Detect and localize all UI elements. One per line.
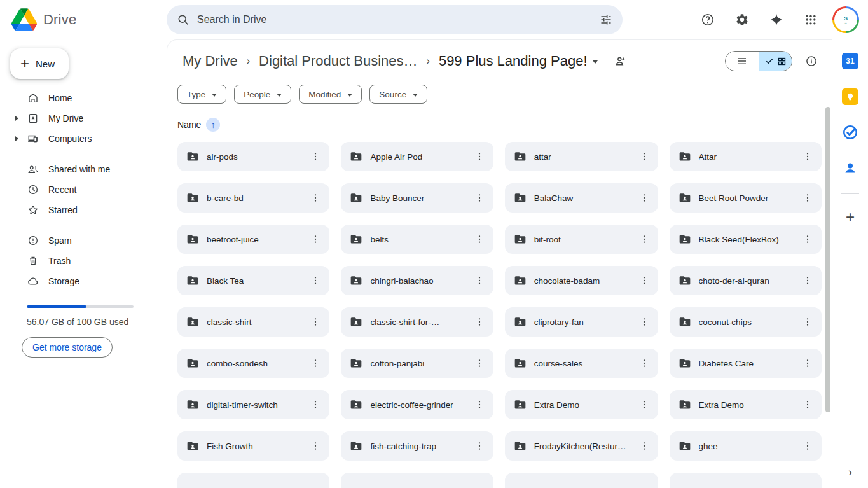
more-options-button[interactable] bbox=[305, 270, 326, 291]
more-options-button[interactable] bbox=[305, 146, 326, 167]
keep-button[interactable] bbox=[837, 84, 863, 109]
more-options-button[interactable] bbox=[634, 188, 654, 208]
more-options-button[interactable] bbox=[305, 436, 326, 456]
folder-card[interactable]: attar bbox=[505, 142, 658, 171]
search-input[interactable] bbox=[197, 14, 592, 25]
breadcrumb-my-drive[interactable]: My Drive bbox=[177, 50, 243, 72]
folder-card[interactable]: chingri-balachao bbox=[341, 266, 493, 295]
folder-card[interactable]: Beet Root Powder bbox=[670, 183, 822, 213]
folder-card[interactable]: b-care-bd bbox=[177, 183, 329, 213]
folder-card[interactable]: air-pods bbox=[177, 142, 329, 171]
more-options-button[interactable] bbox=[469, 312, 490, 332]
folder-card[interactable]: digital-timer-switch bbox=[177, 390, 329, 419]
more-options-button[interactable] bbox=[797, 188, 818, 208]
hide-side-panel-button[interactable]: › bbox=[848, 466, 852, 479]
grid-view-button[interactable] bbox=[759, 52, 792, 71]
sidebar-item-trash[interactable]: Trash bbox=[0, 251, 167, 271]
contacts-button[interactable] bbox=[837, 155, 863, 181]
gemini-button[interactable] bbox=[764, 7, 789, 32]
more-options-button[interactable] bbox=[469, 353, 490, 373]
folder-card[interactable]: Fish Growth bbox=[177, 431, 329, 461]
more-options-button[interactable] bbox=[797, 394, 818, 415]
more-options-button[interactable] bbox=[469, 394, 490, 415]
more-options-button[interactable] bbox=[797, 229, 818, 249]
more-options-button[interactable] bbox=[634, 353, 654, 373]
more-options-button[interactable] bbox=[797, 312, 818, 332]
folder-card[interactable]: chocolate-badam bbox=[505, 266, 658, 295]
folder-card[interactable]: classic-shirt bbox=[177, 307, 329, 337]
more-options-button[interactable] bbox=[634, 394, 654, 415]
folder-card-partial[interactable] bbox=[670, 473, 822, 488]
folder-card[interactable]: FrodayKitchen(Restur… bbox=[505, 431, 658, 461]
more-options-button[interactable] bbox=[469, 146, 490, 167]
sidebar-item-shared-with-me[interactable]: Shared with me bbox=[0, 159, 167, 179]
expand-arrow-icon[interactable] bbox=[15, 116, 18, 121]
folder-card[interactable]: Diabetes Care bbox=[670, 349, 822, 378]
tasks-button[interactable] bbox=[837, 120, 863, 145]
sidebar-item-computers[interactable]: Computers bbox=[0, 129, 167, 149]
more-options-button[interactable] bbox=[634, 146, 654, 167]
sidebar-item-home[interactable]: Home bbox=[0, 88, 167, 108]
search-options-icon[interactable] bbox=[600, 13, 612, 26]
more-options-button[interactable] bbox=[634, 436, 654, 456]
scrollbar[interactable] bbox=[825, 107, 830, 412]
sidebar-item-recent[interactable]: Recent bbox=[0, 179, 167, 200]
folder-card[interactable]: belts bbox=[341, 225, 493, 254]
more-options-button[interactable] bbox=[634, 229, 654, 249]
breadcrumb-parent-folder[interactable]: Digital Product Busines… bbox=[254, 50, 422, 72]
more-options-button[interactable] bbox=[634, 270, 654, 291]
more-options-button[interactable] bbox=[634, 312, 654, 332]
folder-card[interactable]: Black Tea bbox=[177, 266, 329, 295]
google-apps-button[interactable] bbox=[798, 7, 823, 32]
more-options-button[interactable] bbox=[469, 436, 490, 456]
drive-logo[interactable]: Drive bbox=[0, 8, 167, 31]
sidebar-item-spam[interactable]: Spam bbox=[0, 230, 167, 251]
get-add-ons-button[interactable]: + bbox=[837, 204, 863, 230]
folder-card[interactable]: Baby Bouncer bbox=[341, 183, 493, 213]
folder-card-partial[interactable] bbox=[505, 473, 658, 488]
more-options-button[interactable] bbox=[797, 146, 818, 167]
folder-card[interactable]: classic-shirt-for-… bbox=[341, 307, 493, 337]
sidebar-item-starred[interactable]: Starred bbox=[0, 200, 167, 220]
more-options-button[interactable] bbox=[305, 353, 326, 373]
folder-card[interactable]: cliprotary-fan bbox=[505, 307, 658, 337]
more-options-button[interactable] bbox=[305, 229, 326, 249]
folder-card[interactable]: course-sales bbox=[505, 349, 658, 378]
filter-chip-type[interactable]: Type bbox=[177, 85, 226, 104]
sort-ascending-icon[interactable]: ↑ bbox=[206, 118, 220, 132]
breadcrumb-current-folder[interactable]: 599 Plus Landing Page! bbox=[434, 50, 603, 72]
filter-chip-source[interactable]: Source bbox=[369, 85, 427, 104]
expand-arrow-icon[interactable] bbox=[15, 136, 18, 141]
folder-card[interactable]: combo-sondesh bbox=[177, 349, 329, 378]
account-avatar[interactable]: S▪▪▪ bbox=[832, 6, 859, 33]
more-options-button[interactable] bbox=[797, 353, 818, 373]
folder-card[interactable]: Extra Demo bbox=[505, 390, 658, 419]
more-options-button[interactable] bbox=[469, 188, 490, 208]
sort-by-name[interactable]: Name bbox=[177, 120, 201, 130]
more-options-button[interactable] bbox=[469, 270, 490, 291]
folder-card-partial[interactable] bbox=[341, 473, 493, 488]
folder-card[interactable]: beetroot-juice bbox=[177, 225, 329, 254]
folder-card[interactable]: fish-catching-trap bbox=[341, 431, 493, 461]
folder-card[interactable]: Extra Demo bbox=[670, 390, 822, 419]
folder-card[interactable]: Attar bbox=[670, 142, 822, 171]
share-members-icon[interactable] bbox=[614, 55, 627, 67]
details-button[interactable] bbox=[801, 51, 822, 71]
folder-card[interactable]: Apple Air Pod bbox=[341, 142, 493, 171]
folder-card[interactable]: BalaChaw bbox=[505, 183, 658, 213]
more-options-button[interactable] bbox=[797, 270, 818, 291]
sidebar-item-storage[interactable]: Storage bbox=[0, 271, 167, 291]
folder-card-partial[interactable] bbox=[177, 473, 329, 488]
sidebar-item-my-drive[interactable]: My Drive bbox=[0, 108, 167, 129]
filter-chip-modified[interactable]: Modified bbox=[299, 85, 362, 104]
folder-card[interactable]: ghee bbox=[670, 431, 822, 461]
calendar-button[interactable]: 31 bbox=[837, 48, 863, 74]
more-options-button[interactable] bbox=[305, 188, 326, 208]
folder-card[interactable]: bit-root bbox=[505, 225, 658, 254]
folder-card[interactable]: Black Seed(FlexBox) bbox=[670, 225, 822, 254]
more-options-button[interactable] bbox=[797, 436, 818, 456]
search-bar[interactable] bbox=[167, 5, 623, 34]
folder-card[interactable]: cotton-panjabi bbox=[341, 349, 493, 378]
more-options-button[interactable] bbox=[305, 312, 326, 332]
more-options-button[interactable] bbox=[469, 229, 490, 249]
